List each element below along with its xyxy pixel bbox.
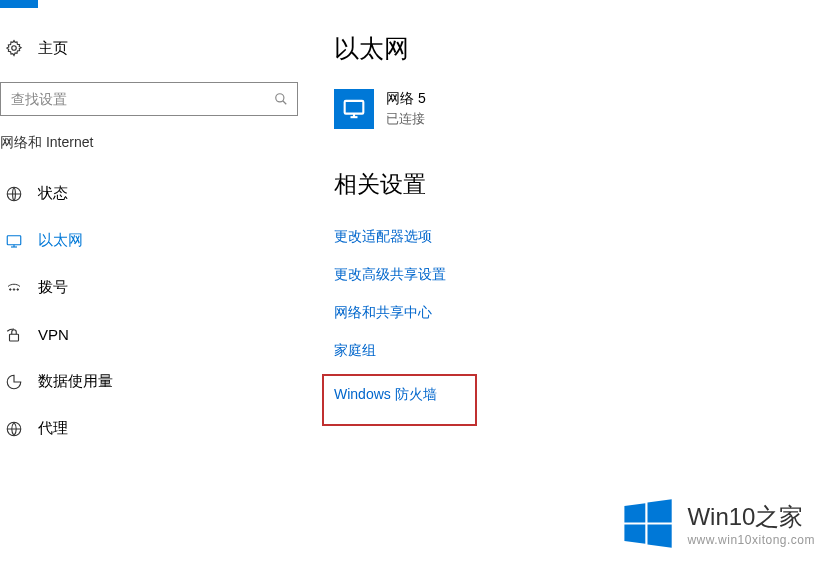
lock-icon bbox=[4, 325, 24, 345]
sidebar-item-ethernet[interactable]: 以太网 bbox=[0, 217, 300, 264]
sidebar-item-proxy[interactable]: 代理 bbox=[0, 405, 300, 452]
sidebar-item-datausage[interactable]: 数据使用量 bbox=[0, 358, 300, 405]
dialup-icon bbox=[4, 278, 24, 298]
sidebar-item-vpn[interactable]: VPN bbox=[0, 311, 300, 358]
svg-marker-18 bbox=[648, 525, 672, 548]
piechart-icon bbox=[4, 372, 24, 392]
search-input[interactable] bbox=[11, 91, 273, 107]
sidebar-item-label: VPN bbox=[38, 326, 69, 343]
watermark-title: Win10之家 bbox=[687, 501, 815, 533]
watermark-url: www.win10xitong.com bbox=[687, 533, 815, 547]
svg-rect-4 bbox=[7, 235, 21, 244]
svg-marker-15 bbox=[625, 503, 646, 522]
svg-point-7 bbox=[10, 288, 12, 290]
sidebar: 主页 网络和 Internet 状态 bbox=[0, 28, 300, 452]
globe-icon bbox=[4, 184, 24, 204]
svg-point-8 bbox=[13, 288, 15, 290]
related-links: 更改适配器选项 更改高级共享设置 网络和共享中心 家庭组 Windows 防火墙 bbox=[334, 218, 814, 426]
globe-icon bbox=[4, 419, 24, 439]
svg-point-1 bbox=[276, 94, 284, 102]
search-box[interactable] bbox=[0, 82, 298, 116]
category-title: 网络和 Internet bbox=[0, 134, 300, 152]
sidebar-item-label: 以太网 bbox=[38, 231, 83, 250]
sidebar-item-dialup[interactable]: 拨号 bbox=[0, 264, 300, 311]
sidebar-item-label: 代理 bbox=[38, 419, 68, 438]
svg-point-9 bbox=[17, 288, 19, 290]
network-info: 网络 5 已连接 bbox=[386, 90, 426, 128]
watermark-text: Win10之家 www.win10xitong.com bbox=[687, 501, 815, 547]
monitor-icon bbox=[4, 231, 24, 251]
gear-icon bbox=[4, 38, 24, 58]
windows-logo-icon bbox=[620, 496, 675, 551]
sidebar-item-status[interactable]: 状态 bbox=[0, 170, 300, 217]
link-homegroup[interactable]: 家庭组 bbox=[334, 332, 376, 370]
sidebar-item-label: 数据使用量 bbox=[38, 372, 113, 391]
watermark: Win10之家 www.win10xitong.com bbox=[620, 496, 815, 551]
link-advanced-sharing[interactable]: 更改高级共享设置 bbox=[334, 256, 446, 294]
related-title: 相关设置 bbox=[334, 169, 814, 200]
page-title: 以太网 bbox=[334, 32, 814, 65]
svg-line-2 bbox=[283, 101, 287, 105]
svg-marker-16 bbox=[648, 499, 672, 522]
search-icon[interactable] bbox=[273, 91, 289, 107]
svg-point-0 bbox=[12, 46, 17, 51]
accent-bar bbox=[0, 0, 38, 8]
svg-rect-12 bbox=[345, 101, 364, 114]
sidebar-item-label: 拨号 bbox=[38, 278, 68, 297]
link-network-sharing-center[interactable]: 网络和共享中心 bbox=[334, 294, 432, 332]
svg-rect-10 bbox=[10, 334, 19, 341]
link-windows-firewall[interactable]: Windows 防火墙 bbox=[322, 374, 477, 426]
network-status: 已连接 bbox=[386, 110, 426, 128]
sidebar-item-label: 状态 bbox=[38, 184, 68, 203]
nav-list: 状态 以太网 拨号 bbox=[0, 170, 300, 452]
home-label: 主页 bbox=[38, 39, 68, 58]
link-adapter-options[interactable]: 更改适配器选项 bbox=[334, 218, 432, 256]
network-icon bbox=[334, 89, 374, 129]
network-card[interactable]: 网络 5 已连接 bbox=[334, 89, 814, 129]
home-button[interactable]: 主页 bbox=[0, 28, 300, 68]
main-content: 以太网 网络 5 已连接 相关设置 更改适配器选项 更改高级共享设置 网络和共享… bbox=[334, 32, 814, 426]
svg-marker-17 bbox=[625, 525, 646, 544]
network-name: 网络 5 bbox=[386, 90, 426, 108]
